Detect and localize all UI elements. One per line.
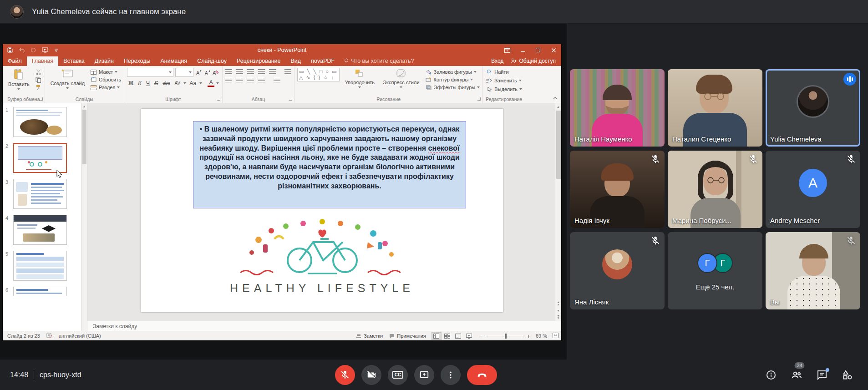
quick-styles-button[interactable]: Экспресс-стили: [380, 68, 422, 89]
font-dialog-launcher[interactable]: [217, 97, 220, 101]
change-case-button[interactable]: Aa: [188, 80, 198, 86]
font-size-combo[interactable]: [175, 68, 193, 77]
redo-icon[interactable]: [30, 47, 36, 53]
slideshow-view-button[interactable]: [464, 332, 474, 340]
thumbnail-5[interactable]: 5: [5, 251, 81, 281]
notes-toggle[interactable]: Заметки: [355, 333, 383, 339]
scroll-down[interactable]: ▼: [557, 307, 560, 314]
arrange-button[interactable]: Упорядочить: [342, 68, 377, 89]
line-spacing-icon[interactable]: [269, 69, 276, 74]
numbering-icon[interactable]: [236, 69, 243, 74]
tab-view[interactable]: Вид: [285, 56, 306, 66]
shape-effects-button[interactable]: Эффекты фигуры: [425, 84, 480, 91]
underline-button[interactable]: Ч: [145, 80, 151, 86]
more-options-button[interactable]: [441, 365, 461, 385]
slide-text-box[interactable]: • В шаленому ритмі життя популярністю ко…: [193, 121, 466, 208]
paragraph-dialog-launcher[interactable]: [289, 97, 292, 101]
language-indicator[interactable]: английский (США): [59, 333, 101, 339]
tab-animations[interactable]: Анимация: [155, 56, 192, 66]
current-slide[interactable]: • В шаленому ритмі життя популярністю ко…: [141, 109, 503, 312]
replace-button[interactable]: abacЗаменить: [486, 77, 522, 84]
thumbnail-2-selected[interactable]: 2: [5, 143, 81, 173]
save-icon[interactable]: [7, 47, 13, 53]
reset-button[interactable]: Сбросить: [90, 76, 121, 83]
tab-slideshow[interactable]: Слайд-шоу: [192, 56, 232, 66]
tile-marina-pobrusi[interactable]: Марина Побруси...: [668, 151, 762, 228]
italic-button[interactable]: К: [137, 80, 142, 86]
zoom-level[interactable]: 69 %: [536, 333, 547, 339]
scroll-up[interactable]: ▲: [557, 103, 560, 110]
minimize-button[interactable]: [515, 44, 530, 56]
shape-fill-button[interactable]: Заливка фигуры: [425, 69, 480, 75]
thumbnail-3[interactable]: 3: [5, 179, 81, 209]
tab-home[interactable]: Главная: [27, 56, 59, 66]
tile-natalia-naumenko[interactable]: Наталія Науменко: [570, 69, 665, 147]
strikethrough-button[interactable]: S: [153, 80, 159, 86]
thumbnail-6[interactable]: 6: [5, 287, 81, 296]
thumbnail-1[interactable]: 1: [5, 107, 81, 137]
notes-pane[interactable]: Заметки к слайду: [87, 321, 561, 331]
tab-file[interactable]: Файл: [3, 56, 27, 66]
participants-button[interactable]: 34: [791, 369, 802, 381]
thumbnail-scrollbar[interactable]: ▲: [81, 103, 87, 331]
columns-icon[interactable]: [274, 78, 280, 83]
normal-view-button[interactable]: [431, 332, 442, 340]
tile-yana-lisnyak[interactable]: Яна Лісняк: [570, 232, 665, 309]
text-shadow-button[interactable]: abc: [161, 81, 171, 86]
tab-novapdf[interactable]: novaPDF: [306, 56, 340, 66]
present-button[interactable]: [414, 365, 434, 385]
decrease-indent-icon[interactable]: [247, 69, 254, 74]
character-spacing-button[interactable]: AV: [173, 81, 182, 86]
zoom-slider[interactable]: − +: [480, 333, 530, 339]
tab-review[interactable]: Рецензирование: [232, 56, 286, 66]
bullets-icon[interactable]: [225, 69, 232, 74]
thumbnail-4[interactable]: 4: [5, 215, 81, 245]
zoom-out-button[interactable]: −: [480, 333, 483, 339]
layout-button[interactable]: Макет: [90, 69, 121, 75]
customize-qat-icon[interactable]: [54, 48, 58, 52]
increase-indent-icon[interactable]: [258, 69, 265, 74]
start-slideshow-icon[interactable]: [42, 47, 48, 53]
scroll-up-arrow[interactable]: ▲: [81, 103, 87, 109]
clipboard-dialog-launcher[interactable]: [40, 97, 43, 101]
comments-toggle[interactable]: Примечания: [388, 333, 426, 339]
canvas-scrollbar[interactable]: ▲ ▲▲ ▼ ▼▼: [555, 103, 561, 321]
mic-toggle-button[interactable]: [335, 365, 355, 385]
zoom-in-button[interactable]: +: [527, 333, 530, 339]
spellcheck-icon[interactable]: [46, 333, 52, 339]
shapes-gallery[interactable]: ▭ ╲ ╲ □ ○ ▭ △ ∿ { } ☆ ↓: [297, 68, 340, 81]
sign-in-button[interactable]: Вход: [491, 58, 503, 64]
tile-andrey-mescher[interactable]: A Andrey Mescher: [766, 151, 860, 228]
fit-to-window-icon[interactable]: [553, 333, 558, 339]
ribbon-display-options-icon[interactable]: [499, 44, 515, 56]
section-button[interactable]: Раздел: [90, 84, 121, 91]
tile-nadia-ivchuk[interactable]: Надія Івчук: [570, 151, 665, 228]
new-slide-button[interactable]: Создать слайд: [48, 68, 87, 90]
shape-outline-button[interactable]: Контур фигуры: [425, 76, 480, 83]
share-button[interactable]: Общий доступ: [511, 58, 556, 64]
tile-natalia-stecenko[interactable]: Наталия Стеценко: [668, 69, 762, 147]
format-painter-icon[interactable]: [35, 84, 42, 91]
close-button[interactable]: [546, 44, 561, 56]
tab-design[interactable]: Дизайн: [90, 56, 119, 66]
align-left-icon[interactable]: [225, 78, 232, 83]
collapse-ribbon-icon[interactable]: [553, 95, 558, 101]
paste-button[interactable]: Вставить: [5, 68, 32, 91]
grow-font-icon[interactable]: A: [195, 69, 202, 76]
previous-slide-button[interactable]: ▲▲: [557, 300, 560, 307]
font-color-button[interactable]: А: [208, 79, 214, 87]
slide-canvas[interactable]: • В шаленому ритмі життя популярністю ко…: [87, 103, 561, 321]
select-button[interactable]: Выделить: [486, 86, 522, 92]
captions-button[interactable]: CC: [388, 365, 408, 385]
copy-icon[interactable]: [35, 76, 42, 83]
activities-button[interactable]: [842, 369, 853, 381]
drawing-dialog-launcher[interactable]: [477, 97, 481, 101]
slide-sorter-view-button[interactable]: [442, 332, 452, 340]
tell-me-search[interactable]: Что вы хотите сделать?: [340, 56, 418, 66]
font-name-combo[interactable]: [127, 68, 173, 77]
next-slide-button[interactable]: ▼▼: [557, 314, 560, 321]
reading-view-button[interactable]: [453, 332, 463, 340]
tab-insert[interactable]: Вставка: [58, 56, 89, 66]
cut-icon[interactable]: [35, 69, 42, 75]
clear-formatting-icon[interactable]: A: [213, 69, 219, 76]
